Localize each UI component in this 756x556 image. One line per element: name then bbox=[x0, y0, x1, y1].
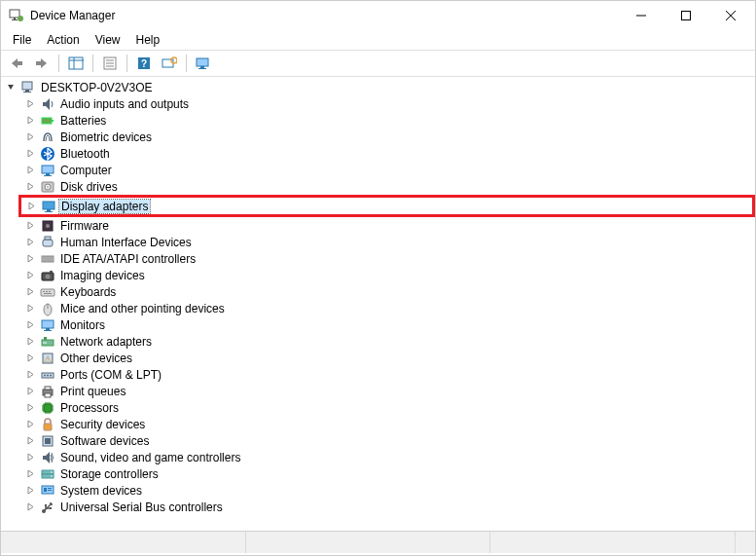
devices-button[interactable] bbox=[192, 52, 215, 75]
usb-icon bbox=[40, 500, 55, 515]
svg-rect-37 bbox=[43, 202, 54, 209]
other-icon: ⚠ bbox=[40, 351, 55, 366]
menu-action[interactable]: Action bbox=[39, 31, 87, 49]
svg-text:?: ? bbox=[141, 58, 147, 69]
expand-icon[interactable] bbox=[24, 484, 37, 497]
tree-node-security[interactable]: Security devices bbox=[18, 416, 755, 432]
svg-rect-56 bbox=[49, 291, 51, 292]
expand-icon[interactable] bbox=[24, 500, 37, 513]
maximize-button[interactable] bbox=[664, 1, 708, 30]
device-tree[interactable]: DESKTOP-0V2V3OEAudio inputs and outputsB… bbox=[1, 77, 755, 531]
expand-icon[interactable] bbox=[24, 467, 37, 480]
expand-icon[interactable] bbox=[24, 269, 37, 281]
svg-rect-33 bbox=[44, 175, 52, 176]
expand-icon[interactable] bbox=[24, 335, 37, 348]
tree-node-biometric[interactable]: Biometric devices bbox=[18, 129, 755, 145]
tree-root-label: DESKTOP-0V2V3OE bbox=[39, 81, 155, 94]
tree-node-software[interactable]: Software devices bbox=[18, 432, 755, 449]
svg-rect-27 bbox=[23, 92, 31, 93]
keyboard-icon bbox=[40, 284, 55, 300]
forward-button[interactable] bbox=[30, 52, 54, 75]
expand-icon[interactable] bbox=[24, 451, 37, 463]
expand-icon[interactable] bbox=[24, 401, 37, 414]
expand-icon[interactable] bbox=[24, 385, 37, 397]
tree-root-node[interactable]: DESKTOP-0V2V3OE bbox=[1, 79, 755, 95]
minimize-button[interactable] bbox=[619, 1, 664, 30]
computer-icon bbox=[40, 163, 55, 178]
tree-node-monitor[interactable]: Monitors bbox=[18, 316, 755, 333]
expand-icon[interactable] bbox=[24, 236, 37, 248]
expand-icon[interactable] bbox=[24, 97, 37, 110]
svg-point-41 bbox=[46, 224, 50, 228]
menu-help[interactable]: Help bbox=[128, 31, 168, 49]
expand-icon[interactable] bbox=[24, 130, 37, 143]
expand-icon[interactable] bbox=[25, 200, 38, 212]
expand-icon[interactable] bbox=[24, 418, 37, 430]
expand-icon[interactable] bbox=[24, 180, 37, 193]
expand-icon[interactable] bbox=[24, 252, 37, 265]
tree-node-firmware[interactable]: Firmware bbox=[18, 217, 755, 234]
expand-icon[interactable] bbox=[24, 318, 37, 331]
mouse-icon bbox=[40, 301, 55, 316]
tree-node-label: Sound, video and game controllers bbox=[58, 451, 242, 464]
collapse-icon[interactable] bbox=[5, 81, 18, 93]
tree-node-usb[interactable]: Universal Serial Bus controllers bbox=[18, 499, 755, 515]
expand-icon[interactable] bbox=[24, 147, 37, 160]
tree-node-label: Bluetooth bbox=[58, 147, 112, 161]
monitor-icon bbox=[40, 317, 55, 333]
storage-icon bbox=[40, 466, 55, 482]
expand-icon[interactable] bbox=[24, 219, 37, 232]
tree-node-keyboard[interactable]: Keyboards bbox=[18, 283, 755, 300]
tree-node-label: Computer bbox=[58, 164, 114, 177]
help-button[interactable]: ? bbox=[132, 52, 156, 75]
processor-icon bbox=[40, 400, 55, 416]
svg-point-71 bbox=[47, 374, 49, 376]
tree-node-disk[interactable]: Disk drives bbox=[18, 178, 755, 195]
tree-node-audio[interactable]: Audio inputs and outputs bbox=[18, 95, 755, 112]
tree-node-ide[interactable]: IDE ATA/ATAPI controllers bbox=[18, 250, 755, 267]
tree-node-storage[interactable]: Storage controllers bbox=[18, 465, 755, 482]
imaging-icon bbox=[40, 268, 55, 283]
menu-file[interactable]: File bbox=[5, 31, 39, 49]
show-hide-tree-button[interactable] bbox=[64, 52, 88, 75]
tree-node-label: Storage controllers bbox=[58, 467, 161, 481]
expand-icon[interactable] bbox=[24, 434, 37, 447]
expand-icon[interactable] bbox=[24, 114, 37, 127]
svg-rect-38 bbox=[47, 209, 51, 211]
properties-button[interactable] bbox=[98, 52, 122, 75]
tree-node-network[interactable]: Network adapters bbox=[18, 333, 755, 350]
tree-node-bluetooth[interactable]: Bluetooth bbox=[18, 145, 755, 162]
expand-icon[interactable] bbox=[24, 164, 37, 176]
tree-node-system[interactable]: System devices bbox=[18, 482, 755, 499]
tree-node-hid[interactable]: Human Interface Devices bbox=[18, 234, 755, 250]
svg-rect-24 bbox=[198, 68, 206, 69]
ide-icon bbox=[40, 251, 55, 267]
svg-rect-74 bbox=[45, 387, 51, 389]
expand-icon[interactable] bbox=[24, 368, 37, 381]
close-button[interactable] bbox=[708, 1, 753, 30]
back-button[interactable] bbox=[5, 52, 28, 75]
highlight-annotation: Display adapters bbox=[18, 195, 755, 217]
tree-node-sound[interactable]: Sound, video and game controllers bbox=[18, 449, 755, 465]
tree-node-display[interactable]: Display adapters bbox=[21, 198, 752, 214]
expand-icon[interactable] bbox=[24, 352, 37, 364]
expand-icon[interactable] bbox=[24, 302, 37, 315]
biometric-icon bbox=[40, 130, 55, 145]
tree-node-battery[interactable]: Batteries bbox=[18, 112, 755, 129]
tree-node-other[interactable]: ⚠Other devices bbox=[18, 350, 755, 366]
tree-node-print[interactable]: Print queues bbox=[18, 383, 755, 399]
menu-view[interactable]: View bbox=[88, 31, 128, 49]
svg-rect-75 bbox=[45, 393, 51, 397]
svg-rect-43 bbox=[45, 237, 51, 240]
tree-node-imaging[interactable]: Imaging devices bbox=[18, 267, 755, 283]
scan-hardware-button[interactable] bbox=[158, 52, 181, 75]
window-controls bbox=[619, 1, 753, 30]
tree-node-ports[interactable]: Ports (COM & LPT) bbox=[18, 366, 755, 383]
tree-node-processor[interactable]: Processors bbox=[18, 399, 755, 416]
app-icon bbox=[9, 8, 24, 23]
svg-rect-97 bbox=[44, 488, 47, 492]
tree-node-mouse[interactable]: Mice and other pointing devices bbox=[18, 300, 755, 316]
expand-icon[interactable] bbox=[24, 285, 37, 298]
hid-icon bbox=[40, 235, 55, 250]
tree-node-computer[interactable]: Computer bbox=[18, 162, 755, 178]
